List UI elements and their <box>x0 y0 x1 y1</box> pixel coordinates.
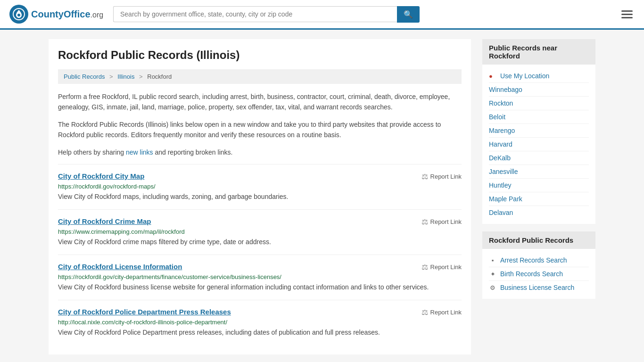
breadcrumb-illinois[interactable]: Illinois <box>117 73 134 80</box>
location-pin-icon: ● <box>489 73 496 80</box>
records-container: City of Rockford City Map ⚖ Report Link … <box>58 164 462 345</box>
nearby-header: Public Records near Rockford <box>482 39 595 65</box>
records-item-icon: ✦ <box>489 271 496 278</box>
report-icon: ⚖ <box>421 263 428 272</box>
nearby-city-link[interactable]: Beloit <box>489 113 505 121</box>
desc-para1: Perform a free Rockford, IL public recor… <box>58 91 462 113</box>
records-sidebar-item[interactable]: ▪ Arrest Records Search <box>489 254 589 267</box>
record-title-link[interactable]: City of Rockford Crime Map <box>58 217 151 225</box>
records-sidebar-container: ▪ Arrest Records Search ✦ Birth Records … <box>489 254 589 294</box>
report-label: Report Link <box>430 173 462 180</box>
record-header: City of Rockford City Map ⚖ Report Link <box>58 172 462 181</box>
desc-para3-before: Help others by sharing <box>58 148 126 156</box>
records-item-link[interactable]: Birth Records Search <box>500 270 563 278</box>
record-entry: City of Rockford Police Department Press… <box>58 300 462 345</box>
breadcrumb-sep-2: > <box>139 73 143 80</box>
record-header: City of Rockford License Information ⚖ R… <box>58 263 462 272</box>
record-url: https://rockfordil.gov/city-departments/… <box>58 273 462 280</box>
record-url: http://local.nixle.com/city-of-rockford-… <box>58 319 462 326</box>
report-link-button[interactable]: ⚖ Report Link <box>421 172 462 181</box>
record-title-link[interactable]: City of Rockford City Map <box>58 172 144 180</box>
menu-bar-2 <box>621 14 633 15</box>
nearby-city-link[interactable]: Janesville <box>489 168 518 175</box>
logo-icon <box>9 5 28 24</box>
report-label: Report Link <box>430 263 462 271</box>
report-icon: ⚖ <box>421 308 428 317</box>
logo-area: CountyOffice.org <box>9 5 104 24</box>
report-link-button[interactable]: ⚖ Report Link <box>421 217 462 226</box>
nearby-city-item[interactable]: Delavan <box>489 206 589 219</box>
record-desc: View City of Rockford crime maps filtere… <box>58 237 462 247</box>
records-item-link[interactable]: Arrest Records Search <box>500 256 567 264</box>
nearby-section: Public Records near Rockford ● Use My Lo… <box>482 39 595 224</box>
search-input[interactable] <box>113 6 397 22</box>
nearby-city-item[interactable]: DeKalb <box>489 151 589 165</box>
nearby-city-link[interactable]: Delavan <box>489 209 513 216</box>
nearby-city-link[interactable]: Marengo <box>489 127 515 134</box>
records-item-icon: ⚙ <box>489 284 496 291</box>
svg-point-1 <box>17 14 20 16</box>
use-my-location-item[interactable]: ● Use My Location <box>489 69 589 83</box>
site-header: CountyOffice.org 🔍 <box>0 0 644 30</box>
record-header: City of Rockford Police Department Press… <box>58 308 462 317</box>
report-link-button[interactable]: ⚖ Report Link <box>421 263 462 272</box>
record-entry: City of Rockford License Information ⚖ R… <box>58 255 462 300</box>
use-my-location-link[interactable]: Use My Location <box>500 72 549 80</box>
record-entry: City of Rockford Crime Map ⚖ Report Link… <box>58 209 462 255</box>
menu-button[interactable] <box>619 8 635 20</box>
nearby-city-item[interactable]: Winnebago <box>489 83 589 97</box>
record-desc: View City of Rockford maps, including wa… <box>58 192 462 202</box>
page-title: Rockford Public Records (Illinois) <box>58 49 462 62</box>
report-label: Report Link <box>430 218 462 225</box>
records-sidebar-item[interactable]: ⚙ Business License Search <box>489 281 589 294</box>
nearby-city-item[interactable]: Huntley <box>489 179 589 192</box>
records-section-header: Rockford Public Records <box>482 231 595 249</box>
nearby-city-link[interactable]: Rockton <box>489 99 513 107</box>
nearby-city-item[interactable]: Maple Park <box>489 192 589 206</box>
rockford-records-section: Rockford Public Records ▪ Arrest Records… <box>482 231 595 299</box>
breadcrumb-rockford: Rockford <box>147 73 172 80</box>
nearby-city-item[interactable]: Janesville <box>489 165 589 179</box>
content-area: Rockford Public Records (Illinois) Publi… <box>49 39 471 354</box>
search-icon: 🔍 <box>404 10 413 18</box>
nearby-city-item[interactable]: Beloit <box>489 110 589 124</box>
menu-bar-3 <box>621 17 633 18</box>
main-wrapper: Rockford Public Records (Illinois) Publi… <box>39 30 605 362</box>
report-icon: ⚖ <box>421 217 428 226</box>
record-entry: City of Rockford City Map ⚖ Report Link … <box>58 164 462 209</box>
nearby-city-item[interactable]: Rockton <box>489 97 589 110</box>
nearby-city-item[interactable]: Harvard <box>489 138 589 151</box>
record-desc: View City of Rockford business license w… <box>58 282 462 292</box>
report-icon: ⚖ <box>421 172 428 181</box>
desc-para2: The Rockford Public Records (Illinois) l… <box>58 119 462 140</box>
record-desc: View City of Rockford Police Department … <box>58 328 462 337</box>
records-section-body: ▪ Arrest Records Search ✦ Birth Records … <box>482 249 595 299</box>
record-url: https://www.crimemapping.com/map/il/rock… <box>58 228 462 235</box>
desc-para3-after: and reporting broken links. <box>153 148 233 156</box>
record-title-link[interactable]: City of Rockford License Information <box>58 263 182 271</box>
nearby-body: ● Use My Location WinnebagoRocktonBeloit… <box>482 65 595 224</box>
records-item-link[interactable]: Business License Search <box>500 284 574 291</box>
sidebar: Public Records near Rockford ● Use My Lo… <box>482 39 595 354</box>
record-header: City of Rockford Crime Map ⚖ Report Link <box>58 217 462 226</box>
breadcrumb: Public Records > Illinois > Rockford <box>58 69 462 84</box>
report-label: Report Link <box>430 309 462 316</box>
nearby-city-link[interactable]: DeKalb <box>489 154 511 162</box>
nearby-city-item[interactable]: Marengo <box>489 124 589 138</box>
nearby-city-link[interactable]: Maple Park <box>489 195 522 203</box>
record-title-link[interactable]: City of Rockford Police Department Press… <box>58 308 231 316</box>
nearby-city-link[interactable]: Harvard <box>489 140 512 148</box>
new-links-link[interactable]: new links <box>126 148 153 156</box>
desc-para3: Help others by sharing new links and rep… <box>58 147 462 157</box>
nearby-city-link[interactable]: Winnebago <box>489 86 522 93</box>
nearby-items-container: WinnebagoRocktonBeloitMarengoHarvardDeKa… <box>489 83 589 219</box>
search-button[interactable]: 🔍 <box>397 6 420 23</box>
menu-bar-1 <box>621 10 633 12</box>
breadcrumb-sep-1: > <box>109 73 113 80</box>
breadcrumb-public-records[interactable]: Public Records <box>64 73 105 80</box>
search-area: 🔍 <box>113 6 420 23</box>
logo-text: CountyOffice.org <box>31 9 103 20</box>
report-link-button[interactable]: ⚖ Report Link <box>421 308 462 317</box>
nearby-city-link[interactable]: Huntley <box>489 181 511 189</box>
records-sidebar-item[interactable]: ✦ Birth Records Search <box>489 267 589 281</box>
